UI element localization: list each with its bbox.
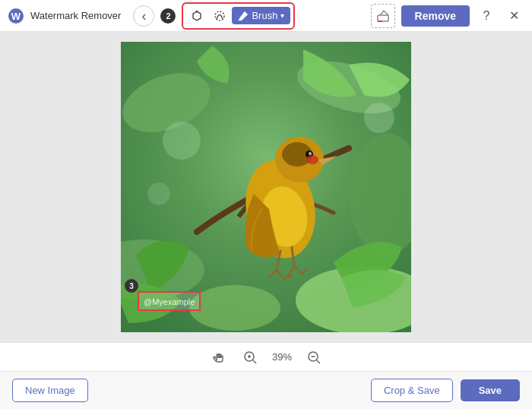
svg-point-21	[306, 155, 318, 164]
zoom-level-text: 39%	[267, 351, 297, 363]
brush-label: Brush	[252, 10, 277, 21]
main-canvas-area: 3 @Myexample	[0, 32, 532, 342]
nav-back-button[interactable]: ‹	[133, 5, 154, 27]
brush-tool-button[interactable]: Brush ▾	[232, 7, 290, 24]
svg-line-28	[317, 360, 320, 363]
step-2-badge: 2	[160, 8, 176, 24]
svg-point-13	[364, 103, 394, 133]
brush-dropdown-icon: ▾	[280, 11, 284, 20]
close-button[interactable]: ✕	[503, 5, 524, 27]
step-3-badge: 3	[125, 279, 138, 293]
watermark-box[interactable]: @Myexample	[138, 291, 201, 311]
svg-point-11	[189, 285, 280, 331]
hand-tool-button[interactable]	[209, 348, 227, 366]
svg-point-14	[147, 182, 170, 205]
title-bar: W Watermark Remover ‹ 2 Bru	[0, 0, 532, 32]
svg-rect-4	[378, 15, 388, 21]
svg-point-20	[309, 152, 312, 155]
zoom-out-button[interactable]	[305, 348, 323, 366]
zoom-in-button[interactable]	[241, 348, 259, 366]
eraser-button[interactable]	[371, 4, 395, 28]
svg-point-3	[215, 11, 224, 21]
help-icon: ?	[483, 9, 490, 23]
svg-point-12	[163, 122, 201, 160]
nav-back-icon: ‹	[141, 9, 146, 23]
bird-image: 3 @Myexample	[121, 42, 411, 332]
svg-point-2	[196, 10, 198, 12]
svg-text:W: W	[11, 11, 21, 22]
app-title: Watermark Remover	[30, 10, 121, 21]
image-container: 3 @Myexample	[121, 42, 411, 332]
save-button[interactable]: Save	[461, 379, 520, 401]
svg-line-25	[253, 360, 256, 363]
remove-button[interactable]: Remove	[401, 5, 470, 27]
new-image-button[interactable]: New Image	[12, 379, 88, 402]
crop-save-button[interactable]: Crop & Save	[371, 379, 453, 402]
lasso-tool-button[interactable]	[186, 5, 207, 27]
zoom-bar: 39%	[0, 342, 532, 371]
watermark-text: @Myexample	[144, 297, 195, 306]
help-button[interactable]: ?	[476, 5, 497, 27]
polygon-tool-button[interactable]	[209, 5, 230, 27]
footer-bar: New Image Crop & Save Save	[0, 371, 532, 409]
close-icon: ✕	[509, 8, 519, 23]
toolbar-tools-group: Brush ▾	[182, 2, 295, 30]
app-logo: W	[8, 8, 24, 24]
